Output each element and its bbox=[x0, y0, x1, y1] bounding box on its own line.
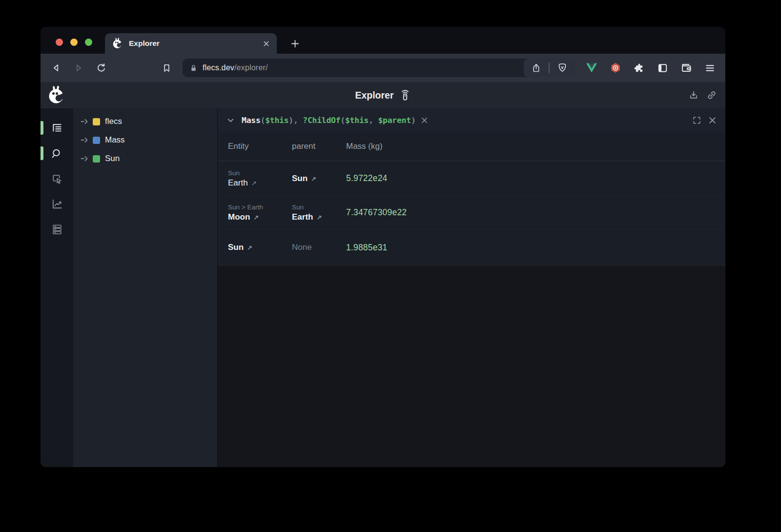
vue-devtools-icon[interactable] bbox=[586, 62, 597, 73]
module-color-square bbox=[93, 118, 100, 125]
expand-arrow-icon[interactable] bbox=[81, 155, 88, 162]
entity-cell: Sun Earth↗ bbox=[228, 169, 292, 188]
back-button[interactable] bbox=[50, 62, 62, 74]
inspector-icon bbox=[51, 173, 63, 185]
header-actions bbox=[688, 82, 717, 108]
download-icon[interactable] bbox=[688, 90, 699, 101]
open-entity-icon: ↗ bbox=[251, 180, 257, 187]
parent-path: Sun bbox=[292, 204, 346, 211]
extensions-row bbox=[586, 62, 716, 74]
tab-close-icon[interactable] bbox=[263, 40, 270, 47]
active-indicator bbox=[41, 146, 43, 160]
table-row: Sun↗ None 1.9885e31 bbox=[218, 229, 725, 265]
tab-strip: Explorer bbox=[41, 27, 725, 54]
mass-cell: 5.9722e24 bbox=[346, 173, 725, 184]
parent-cell: Sun↗ bbox=[292, 174, 346, 184]
menu-hamburger-icon[interactable] bbox=[704, 62, 716, 74]
browser-window: Explorer bbox=[41, 27, 725, 467]
tab-title: Explorer bbox=[129, 39, 160, 48]
active-indicator bbox=[41, 121, 43, 135]
parent-none: None bbox=[292, 243, 346, 252]
zoom-window-button[interactable] bbox=[85, 39, 92, 46]
column-header-mass: Mass (kg) bbox=[346, 142, 725, 151]
entity-link[interactable]: Moon↗ bbox=[228, 212, 292, 222]
link-icon[interactable] bbox=[706, 90, 717, 101]
url-bar[interactable]: flecs.dev/explorer/ bbox=[183, 59, 575, 77]
forward-button[interactable] bbox=[73, 62, 84, 74]
hexagon-extension-icon[interactable] bbox=[610, 62, 621, 74]
entity-path: Sun bbox=[228, 169, 292, 177]
expand-arrow-icon[interactable] bbox=[81, 118, 88, 125]
entity-color-square bbox=[93, 155, 100, 163]
column-header-parent: parent bbox=[292, 142, 346, 151]
tree-item-mass[interactable]: Mass bbox=[73, 131, 217, 149]
search-icon bbox=[51, 147, 63, 160]
main-area: flecs Mass Sun bbox=[41, 108, 725, 467]
brave-shields-icon[interactable] bbox=[557, 62, 568, 73]
mass-value: 1.9885e31 bbox=[346, 243, 388, 252]
table-row: Sun Earth↗ Sun↗ 5.9722e24 bbox=[218, 161, 725, 195]
sidebar-toggle-icon[interactable] bbox=[657, 62, 668, 74]
url-text: flecs.dev/explorer/ bbox=[203, 63, 268, 72]
panel-tab-commands[interactable] bbox=[41, 217, 73, 242]
flecs-favicon bbox=[112, 38, 123, 49]
empty-content-area bbox=[218, 266, 725, 467]
panel-tab-charts[interactable] bbox=[41, 191, 73, 217]
mass-cell: 1.9885e31 bbox=[346, 243, 725, 253]
query-content-area: Mass($this), ?ChildOf($this, $parent) bbox=[217, 108, 725, 467]
component-color-square bbox=[93, 137, 100, 144]
tree-item-label: flecs bbox=[105, 117, 122, 126]
close-window-button[interactable] bbox=[56, 39, 63, 46]
query-bar[interactable]: Mass($this), ?ChildOf($this, $parent) bbox=[218, 108, 725, 132]
close-query-panel-icon[interactable] bbox=[708, 116, 717, 124]
parent-link[interactable]: Earth↗ bbox=[292, 212, 346, 222]
remote-connection-icon[interactable] bbox=[399, 89, 411, 102]
tree-item-label: Sun bbox=[105, 154, 120, 164]
minimize-window-button[interactable] bbox=[70, 39, 78, 46]
collapse-chevron-icon[interactable] bbox=[226, 116, 235, 124]
tree-item-flecs[interactable]: flecs bbox=[73, 112, 217, 131]
wallet-icon[interactable] bbox=[680, 62, 692, 74]
url-actions bbox=[524, 59, 575, 77]
page-title: Explorer bbox=[41, 82, 725, 108]
open-entity-icon: ↗ bbox=[311, 175, 316, 183]
lock-icon bbox=[189, 64, 198, 72]
query-clear-icon[interactable] bbox=[421, 117, 428, 124]
panel-tab-inspector[interactable] bbox=[41, 166, 73, 191]
mass-value: 5.9722e24 bbox=[346, 173, 388, 183]
bookmark-button[interactable] bbox=[161, 62, 172, 74]
open-entity-icon: ↗ bbox=[253, 214, 259, 221]
fullscreen-icon[interactable] bbox=[692, 116, 701, 125]
query-expression[interactable]: Mass($this), ?ChildOf($this, $parent) bbox=[242, 116, 416, 125]
browser-toolbar: flecs.dev/explorer/ bbox=[41, 54, 725, 82]
mass-value: 7.34767309e22 bbox=[346, 207, 407, 217]
browser-tab-explorer[interactable]: Explorer bbox=[105, 33, 277, 54]
entity-link[interactable]: Sun↗ bbox=[228, 243, 292, 252]
divider bbox=[549, 62, 550, 73]
panel-icon-rail bbox=[41, 108, 73, 467]
open-entity-icon: ↗ bbox=[316, 214, 322, 221]
panel-tab-tree[interactable] bbox=[41, 115, 73, 141]
tree-icon bbox=[51, 122, 63, 134]
entity-cell: Sun > Earth Moon↗ bbox=[228, 204, 292, 222]
results-header-row: Entity parent Mass (kg) bbox=[218, 132, 725, 161]
tree-item-sun[interactable]: Sun bbox=[73, 149, 217, 168]
parent-cell: None bbox=[292, 243, 346, 252]
open-entity-icon: ↗ bbox=[247, 244, 252, 251]
tree-item-label: Mass bbox=[105, 135, 125, 145]
entity-cell: Sun↗ bbox=[228, 243, 292, 252]
column-header-entity: Entity bbox=[228, 142, 292, 151]
entity-path: Sun > Earth bbox=[228, 204, 292, 211]
entity-link[interactable]: Earth↗ bbox=[228, 178, 292, 188]
share-icon[interactable] bbox=[531, 63, 541, 73]
extensions-puzzle-icon[interactable] bbox=[634, 62, 645, 74]
mass-cell: 7.34767309e22 bbox=[346, 207, 725, 218]
app-header: Explorer bbox=[41, 82, 725, 108]
panel-tab-search[interactable] bbox=[41, 141, 73, 166]
parent-link[interactable]: Sun↗ bbox=[292, 174, 346, 184]
query-results-table: Entity parent Mass (kg) Sun Earth↗ Sun↗ … bbox=[218, 132, 725, 266]
expand-arrow-icon[interactable] bbox=[81, 137, 88, 143]
new-tab-button[interactable] bbox=[287, 36, 303, 51]
reload-button[interactable] bbox=[95, 62, 107, 74]
table-row: Sun > Earth Moon↗ Sun Earth↗ 7.34767309e… bbox=[218, 195, 725, 229]
